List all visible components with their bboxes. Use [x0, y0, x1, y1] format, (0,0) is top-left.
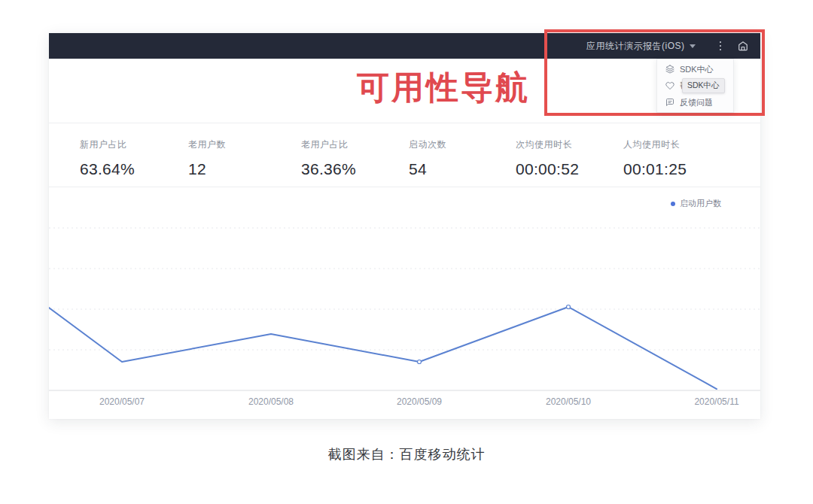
layers-icon [665, 65, 674, 74]
top-navbar: 应用统计演示报告(iOS) [49, 33, 760, 59]
x-tick-label: 2020/05/10 [546, 396, 591, 407]
x-tick-label: 2020/05/08 [248, 396, 294, 407]
launch-users-chart: 启动用户数 2020/05/07 2020/05/08 2020/05/09 2… [49, 187, 760, 419]
feedback-icon [665, 98, 674, 107]
stat-avg-session-duration: 次均使用时长 00:00:52 [516, 138, 579, 178]
x-tick-label: 2020/05/11 [694, 396, 738, 407]
chart-svg [49, 187, 760, 392]
stat-label: 启动次数 [409, 138, 446, 151]
stat-value: 54 [409, 160, 446, 178]
menu-item-label: 反馈问题 [680, 97, 713, 108]
stat-label: 老用户占比 [301, 138, 356, 151]
stat-label: 新用户占比 [80, 138, 135, 151]
stat-launch-count: 启动次数 54 [409, 138, 446, 178]
annotation-text: 可用性导航 [357, 66, 530, 110]
x-tick-label: 2020/05/09 [397, 396, 442, 407]
stat-old-user-ratio: 老用户占比 36.36% [301, 138, 356, 178]
app-selector-dropdown[interactable]: 应用统计演示报告(iOS) [586, 40, 696, 53]
stat-value: 63.64% [80, 160, 135, 178]
stat-value: 00:01:25 [623, 160, 687, 178]
stat-label: 老用户数 [188, 138, 226, 151]
app-selector-label: 应用统计演示报告(iOS) [586, 40, 685, 53]
chevron-down-icon [690, 44, 696, 48]
stat-label: 人均使用时长 [623, 138, 687, 151]
home-icon[interactable] [738, 41, 748, 51]
stat-label: 次均使用时长 [516, 138, 579, 151]
menu-item-sdk-center[interactable]: SDK中心 [657, 61, 733, 77]
stat-old-user-count: 老用户数 12 [188, 138, 226, 178]
stat-value: 36.36% [301, 160, 356, 178]
menu-tooltip: SDK中心 [682, 78, 725, 93]
stat-value: 12 [188, 160, 226, 178]
heart-icon [665, 81, 674, 90]
menu-item-feedback[interactable]: 反馈问题 [657, 94, 733, 111]
x-tick-label: 2020/05/07 [99, 396, 145, 407]
gridlines [49, 228, 760, 350]
series-line [49, 307, 717, 389]
stat-new-user-ratio: 新用户占比 63.64% [80, 138, 135, 178]
more-vertical-icon[interactable] [715, 38, 726, 54]
caption: 截图来自：百度移动统计 [0, 445, 813, 463]
stat-value: 00:00:52 [516, 160, 579, 178]
stats-row: 新用户占比 63.64% 老用户数 12 老用户占比 36.36% 启动次数 5… [49, 123, 760, 187]
menu-item-label: SDK中心 [680, 64, 714, 75]
page: 应用统计演示报告(iOS) 新用户占比 63.64% 老用户数 12 [0, 0, 813, 504]
stat-avg-user-duration: 人均使用时长 00:01:25 [623, 138, 687, 178]
